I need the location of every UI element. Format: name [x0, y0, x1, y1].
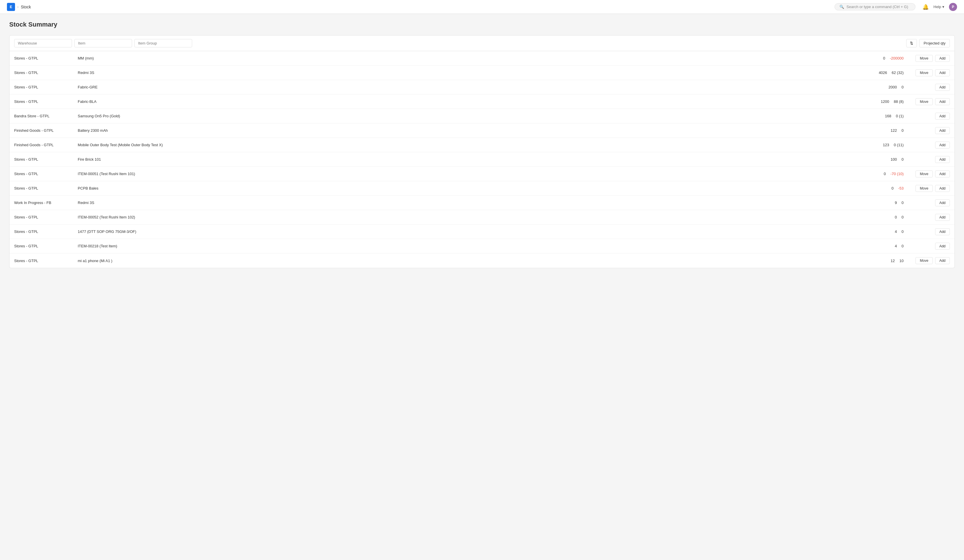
qty2: -70 (10)	[890, 172, 904, 176]
add-button[interactable]: Add	[935, 55, 950, 62]
qty2: 0	[902, 157, 904, 161]
warehouse-cell: Stores - GTPL	[14, 70, 78, 75]
numbers-cell: 123 0 (11)	[846, 143, 904, 147]
add-button[interactable]: Add	[935, 156, 950, 163]
qty1: 4026	[879, 70, 887, 75]
filter-sort-button[interactable]: ⇅	[906, 39, 917, 47]
actions-cell: Add	[904, 113, 950, 120]
qty1: 122	[891, 128, 897, 133]
add-button[interactable]: Add	[935, 171, 950, 177]
filters-bar: ⇅ Projected qty	[9, 35, 955, 51]
item-cell: ITEM-00051 (Test Rushi Item 101)	[78, 172, 846, 176]
table-row: Stores - GTPL 1477 (DTT SOP ORG 75GM-3/O…	[10, 225, 954, 239]
qty2: 0	[902, 200, 904, 205]
move-button[interactable]: Move	[915, 98, 933, 105]
qty1: 123	[883, 143, 889, 147]
move-button[interactable]: Move	[915, 69, 933, 76]
table-row: Stores - GTPL Fire Brick 101 100 0 Add	[10, 152, 954, 167]
qty1: 0	[891, 186, 894, 190]
qty2: 62 (32)	[892, 70, 904, 75]
topbar: E › Stock 🔍 Search or type a command (Ct…	[0, 0, 964, 14]
warehouse-cell: Stores - GTPL	[14, 85, 78, 89]
qty2: 0 (1)	[896, 114, 904, 118]
qty2: 0	[902, 85, 904, 89]
qty2: 0	[902, 215, 904, 219]
actions-cell: MoveAdd	[904, 55, 950, 62]
table-row: Bandra Store - GTPL Samsung On5 Pro (Gol…	[10, 109, 954, 124]
numbers-cell: 2000 0	[846, 85, 904, 89]
qty1: 4	[895, 230, 897, 234]
item-cell: Redmi 3S	[78, 200, 846, 205]
move-button[interactable]: Move	[915, 257, 933, 264]
qty1: 1200	[881, 99, 889, 104]
help-label: Help	[933, 5, 941, 9]
projected-qty-button[interactable]: Projected qty	[919, 39, 950, 47]
warehouse-cell: Stores - GTPL	[14, 259, 78, 263]
actions-cell: MoveAdd	[904, 257, 950, 264]
move-button[interactable]: Move	[915, 171, 933, 177]
numbers-cell: 0 -70 (10)	[846, 172, 904, 176]
warehouse-cell: Work In Progress - FB	[14, 200, 78, 205]
qty1: 12	[891, 259, 895, 263]
actions-cell: Add	[904, 243, 950, 250]
add-button[interactable]: Add	[935, 199, 950, 206]
table-row: Stores - GTPL ITEM-00052 (Test Rushi Ite…	[10, 210, 954, 225]
qty2: 0	[902, 230, 904, 234]
warehouse-filter[interactable]	[14, 39, 72, 47]
actions-cell: MoveAdd	[904, 171, 950, 177]
item-cell: Redmi 3S	[78, 70, 846, 75]
item-cell: Fabric-BLA	[78, 99, 846, 104]
table-row: Stores - GTPL Fabric-GRE 2000 0 Add	[10, 80, 954, 94]
warehouse-cell: Stores - GTPL	[14, 186, 78, 190]
move-button[interactable]: Move	[915, 55, 933, 62]
page-title: Stock Summary	[9, 21, 955, 28]
numbers-cell: 1200 88 (8)	[846, 99, 904, 104]
item-cell: mi a1 phone (Mi A1 )	[78, 259, 846, 263]
add-button[interactable]: Add	[935, 228, 950, 235]
add-button[interactable]: Add	[935, 257, 950, 264]
warehouse-cell: Stores - GTPL	[14, 157, 78, 161]
numbers-cell: 4026 62 (32)	[846, 70, 904, 75]
item-cell: Battery 2300 mAh	[78, 128, 846, 133]
numbers-cell: 4 0	[846, 230, 904, 234]
add-button[interactable]: Add	[935, 69, 950, 76]
help-chevron-icon: ▾	[942, 5, 944, 9]
item-cell: ITEM-00052 (Test Rushi Item 102)	[78, 215, 846, 219]
table-row: Stores - GTPL PCPB Bales 0 -53 MoveAdd	[10, 181, 954, 195]
qty2: 0 (11)	[894, 143, 904, 147]
actions-cell: MoveAdd	[904, 69, 950, 76]
numbers-cell: 0 -200000	[846, 56, 904, 60]
item-cell: 1477 (DTT SOP ORG 75GM-3/OF)	[78, 230, 846, 234]
notifications-icon[interactable]: 🔔	[922, 4, 929, 10]
add-button[interactable]: Add	[935, 127, 950, 134]
qty2: -200000	[890, 56, 904, 60]
add-button[interactable]: Add	[935, 185, 950, 192]
item-filter[interactable]	[74, 39, 132, 47]
table-row: Stores - GTPL ITEM-00218 (Test Item) 4 0…	[10, 239, 954, 254]
add-button[interactable]: Add	[935, 98, 950, 105]
numbers-cell: 9 0	[846, 200, 904, 205]
add-button[interactable]: Add	[935, 214, 950, 221]
actions-cell: Add	[904, 228, 950, 235]
add-button[interactable]: Add	[935, 142, 950, 148]
add-button[interactable]: Add	[935, 84, 950, 91]
numbers-cell: 0 0	[846, 215, 904, 219]
qty1: 2000	[889, 85, 897, 89]
table-row: Work In Progress - FB Redmi 3S 9 0 Add	[10, 195, 954, 210]
table-row: Finished Goods - GTPL Battery 2300 mAh 1…	[10, 124, 954, 138]
user-avatar[interactable]: P	[949, 3, 957, 11]
topbar-right: 🔔 Help ▾ P	[922, 3, 957, 11]
item-cell: MM (mm)	[78, 56, 846, 60]
move-button[interactable]: Move	[915, 185, 933, 192]
add-button[interactable]: Add	[935, 243, 950, 250]
breadcrumb-stock: Stock	[21, 5, 31, 9]
app-logo[interactable]: E	[7, 3, 15, 11]
help-button[interactable]: Help ▾	[933, 5, 944, 9]
qty2: 10	[900, 259, 904, 263]
table-row: Stores - GTPL Fabric-BLA 1200 88 (8) Mov…	[10, 94, 954, 109]
item-cell: ITEM-00218 (Test Item)	[78, 244, 846, 248]
global-search[interactable]: 🔍 Search or type a command (Ctrl + G)	[835, 3, 915, 10]
warehouse-cell: Stores - GTPL	[14, 244, 78, 248]
item-group-filter[interactable]	[134, 39, 192, 47]
add-button[interactable]: Add	[935, 113, 950, 120]
